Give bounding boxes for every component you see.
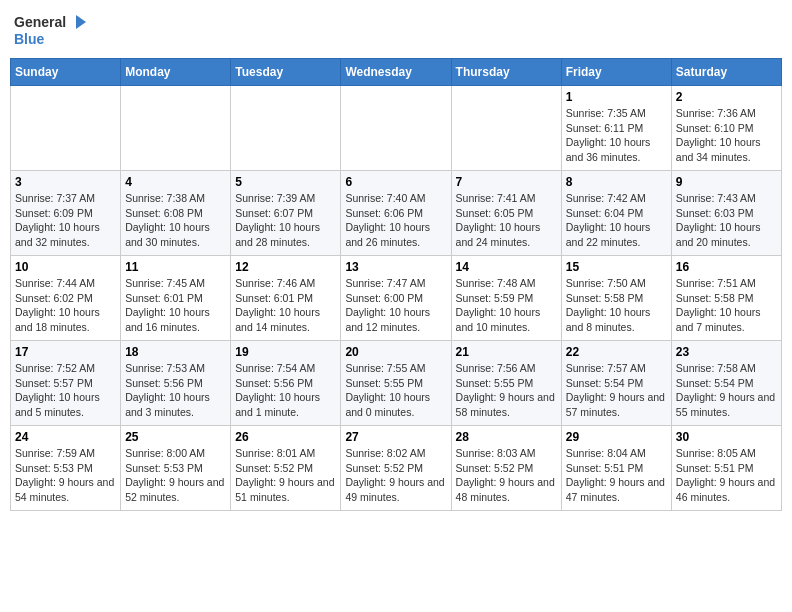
day-number: 25 <box>125 430 226 444</box>
day-info: Sunrise: 7:41 AM Sunset: 6:05 PM Dayligh… <box>456 191 557 250</box>
day-number: 18 <box>125 345 226 359</box>
logo: GeneralBlue <box>14 10 94 50</box>
calendar: SundayMondayTuesdayWednesdayThursdayFrid… <box>10 58 782 511</box>
day-number: 20 <box>345 345 446 359</box>
calendar-cell: 2Sunrise: 7:36 AM Sunset: 6:10 PM Daylig… <box>671 86 781 171</box>
day-number: 3 <box>15 175 116 189</box>
calendar-week-row-2: 3Sunrise: 7:37 AM Sunset: 6:09 PM Daylig… <box>11 171 782 256</box>
calendar-header-tuesday: Tuesday <box>231 59 341 86</box>
calendar-cell <box>451 86 561 171</box>
day-info: Sunrise: 7:36 AM Sunset: 6:10 PM Dayligh… <box>676 106 777 165</box>
day-info: Sunrise: 7:53 AM Sunset: 5:56 PM Dayligh… <box>125 361 226 420</box>
svg-text:General: General <box>14 14 66 30</box>
calendar-week-row-1: 1Sunrise: 7:35 AM Sunset: 6:11 PM Daylig… <box>11 86 782 171</box>
day-number: 27 <box>345 430 446 444</box>
calendar-header-row: SundayMondayTuesdayWednesdayThursdayFrid… <box>11 59 782 86</box>
day-info: Sunrise: 8:01 AM Sunset: 5:52 PM Dayligh… <box>235 446 336 505</box>
day-number: 11 <box>125 260 226 274</box>
calendar-header-sunday: Sunday <box>11 59 121 86</box>
day-info: Sunrise: 7:57 AM Sunset: 5:54 PM Dayligh… <box>566 361 667 420</box>
day-info: Sunrise: 7:35 AM Sunset: 6:11 PM Dayligh… <box>566 106 667 165</box>
day-number: 17 <box>15 345 116 359</box>
calendar-header-saturday: Saturday <box>671 59 781 86</box>
calendar-cell: 21Sunrise: 7:56 AM Sunset: 5:55 PM Dayli… <box>451 341 561 426</box>
day-info: Sunrise: 7:45 AM Sunset: 6:01 PM Dayligh… <box>125 276 226 335</box>
day-info: Sunrise: 7:55 AM Sunset: 5:55 PM Dayligh… <box>345 361 446 420</box>
day-info: Sunrise: 7:47 AM Sunset: 6:00 PM Dayligh… <box>345 276 446 335</box>
calendar-cell: 3Sunrise: 7:37 AM Sunset: 6:09 PM Daylig… <box>11 171 121 256</box>
day-number: 13 <box>345 260 446 274</box>
day-number: 7 <box>456 175 557 189</box>
svg-marker-1 <box>76 15 86 29</box>
calendar-cell: 12Sunrise: 7:46 AM Sunset: 6:01 PM Dayli… <box>231 256 341 341</box>
calendar-cell <box>121 86 231 171</box>
day-number: 22 <box>566 345 667 359</box>
calendar-cell: 29Sunrise: 8:04 AM Sunset: 5:51 PM Dayli… <box>561 426 671 511</box>
calendar-cell: 5Sunrise: 7:39 AM Sunset: 6:07 PM Daylig… <box>231 171 341 256</box>
calendar-week-row-4: 17Sunrise: 7:52 AM Sunset: 5:57 PM Dayli… <box>11 341 782 426</box>
day-info: Sunrise: 8:04 AM Sunset: 5:51 PM Dayligh… <box>566 446 667 505</box>
calendar-header-monday: Monday <box>121 59 231 86</box>
day-number: 2 <box>676 90 777 104</box>
day-number: 24 <box>15 430 116 444</box>
day-info: Sunrise: 7:43 AM Sunset: 6:03 PM Dayligh… <box>676 191 777 250</box>
day-info: Sunrise: 7:40 AM Sunset: 6:06 PM Dayligh… <box>345 191 446 250</box>
calendar-cell: 7Sunrise: 7:41 AM Sunset: 6:05 PM Daylig… <box>451 171 561 256</box>
day-info: Sunrise: 8:05 AM Sunset: 5:51 PM Dayligh… <box>676 446 777 505</box>
calendar-cell: 22Sunrise: 7:57 AM Sunset: 5:54 PM Dayli… <box>561 341 671 426</box>
calendar-cell: 15Sunrise: 7:50 AM Sunset: 5:58 PM Dayli… <box>561 256 671 341</box>
day-info: Sunrise: 8:03 AM Sunset: 5:52 PM Dayligh… <box>456 446 557 505</box>
day-info: Sunrise: 7:56 AM Sunset: 5:55 PM Dayligh… <box>456 361 557 420</box>
calendar-cell: 30Sunrise: 8:05 AM Sunset: 5:51 PM Dayli… <box>671 426 781 511</box>
calendar-cell: 4Sunrise: 7:38 AM Sunset: 6:08 PM Daylig… <box>121 171 231 256</box>
day-number: 21 <box>456 345 557 359</box>
day-number: 4 <box>125 175 226 189</box>
day-info: Sunrise: 7:46 AM Sunset: 6:01 PM Dayligh… <box>235 276 336 335</box>
logo-svg: GeneralBlue <box>14 10 94 50</box>
calendar-week-row-5: 24Sunrise: 7:59 AM Sunset: 5:53 PM Dayli… <box>11 426 782 511</box>
day-number: 19 <box>235 345 336 359</box>
day-number: 8 <box>566 175 667 189</box>
day-number: 29 <box>566 430 667 444</box>
calendar-cell: 26Sunrise: 8:01 AM Sunset: 5:52 PM Dayli… <box>231 426 341 511</box>
day-info: Sunrise: 7:42 AM Sunset: 6:04 PM Dayligh… <box>566 191 667 250</box>
calendar-cell: 24Sunrise: 7:59 AM Sunset: 5:53 PM Dayli… <box>11 426 121 511</box>
day-info: Sunrise: 8:00 AM Sunset: 5:53 PM Dayligh… <box>125 446 226 505</box>
day-number: 26 <box>235 430 336 444</box>
day-number: 10 <box>15 260 116 274</box>
day-info: Sunrise: 7:52 AM Sunset: 5:57 PM Dayligh… <box>15 361 116 420</box>
calendar-cell: 10Sunrise: 7:44 AM Sunset: 6:02 PM Dayli… <box>11 256 121 341</box>
calendar-cell: 23Sunrise: 7:58 AM Sunset: 5:54 PM Dayli… <box>671 341 781 426</box>
calendar-cell: 28Sunrise: 8:03 AM Sunset: 5:52 PM Dayli… <box>451 426 561 511</box>
day-number: 28 <box>456 430 557 444</box>
day-info: Sunrise: 7:39 AM Sunset: 6:07 PM Dayligh… <box>235 191 336 250</box>
day-number: 30 <box>676 430 777 444</box>
calendar-cell: 9Sunrise: 7:43 AM Sunset: 6:03 PM Daylig… <box>671 171 781 256</box>
day-number: 14 <box>456 260 557 274</box>
day-info: Sunrise: 7:59 AM Sunset: 5:53 PM Dayligh… <box>15 446 116 505</box>
day-number: 12 <box>235 260 336 274</box>
calendar-cell: 17Sunrise: 7:52 AM Sunset: 5:57 PM Dayli… <box>11 341 121 426</box>
day-info: Sunrise: 7:54 AM Sunset: 5:56 PM Dayligh… <box>235 361 336 420</box>
calendar-header-wednesday: Wednesday <box>341 59 451 86</box>
calendar-cell: 11Sunrise: 7:45 AM Sunset: 6:01 PM Dayli… <box>121 256 231 341</box>
day-number: 6 <box>345 175 446 189</box>
header: GeneralBlue <box>10 10 782 50</box>
day-info: Sunrise: 8:02 AM Sunset: 5:52 PM Dayligh… <box>345 446 446 505</box>
calendar-cell: 14Sunrise: 7:48 AM Sunset: 5:59 PM Dayli… <box>451 256 561 341</box>
calendar-cell: 20Sunrise: 7:55 AM Sunset: 5:55 PM Dayli… <box>341 341 451 426</box>
day-info: Sunrise: 7:58 AM Sunset: 5:54 PM Dayligh… <box>676 361 777 420</box>
calendar-cell: 18Sunrise: 7:53 AM Sunset: 5:56 PM Dayli… <box>121 341 231 426</box>
day-number: 9 <box>676 175 777 189</box>
svg-text:Blue: Blue <box>14 31 45 47</box>
calendar-cell: 25Sunrise: 8:00 AM Sunset: 5:53 PM Dayli… <box>121 426 231 511</box>
day-info: Sunrise: 7:44 AM Sunset: 6:02 PM Dayligh… <box>15 276 116 335</box>
calendar-cell <box>231 86 341 171</box>
calendar-cell <box>341 86 451 171</box>
calendar-cell <box>11 86 121 171</box>
calendar-week-row-3: 10Sunrise: 7:44 AM Sunset: 6:02 PM Dayli… <box>11 256 782 341</box>
day-info: Sunrise: 7:37 AM Sunset: 6:09 PM Dayligh… <box>15 191 116 250</box>
calendar-cell: 16Sunrise: 7:51 AM Sunset: 5:58 PM Dayli… <box>671 256 781 341</box>
calendar-cell: 1Sunrise: 7:35 AM Sunset: 6:11 PM Daylig… <box>561 86 671 171</box>
calendar-cell: 8Sunrise: 7:42 AM Sunset: 6:04 PM Daylig… <box>561 171 671 256</box>
